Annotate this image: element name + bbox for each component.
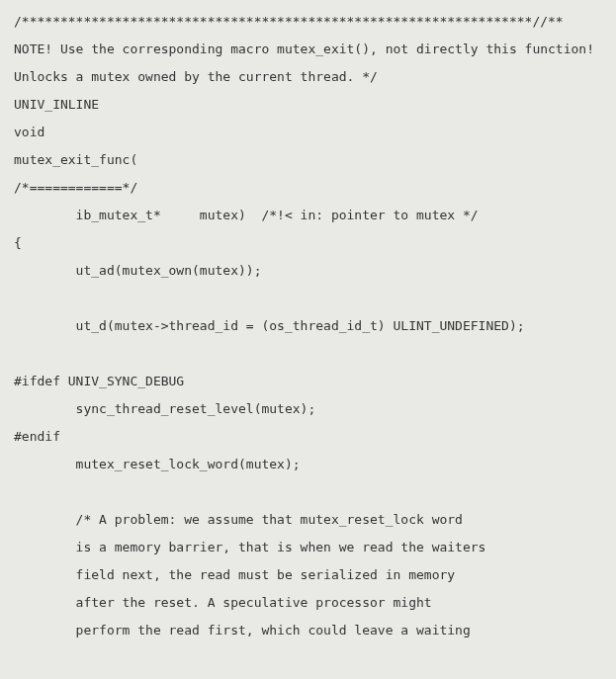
code-block: /***************************************… bbox=[0, 0, 616, 660]
